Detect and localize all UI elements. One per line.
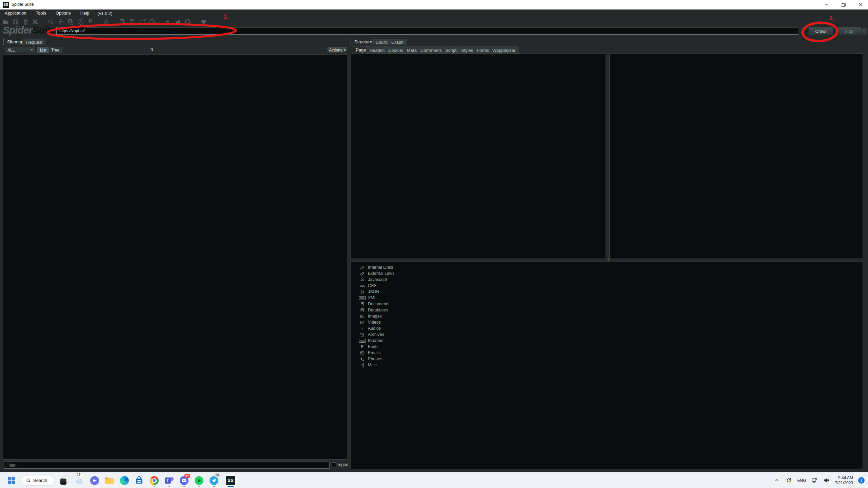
settings-gear-icon[interactable]: [102, 18, 111, 25]
sitemap-controls: ALL ▼ List Tree 0 Actions >: [3, 46, 347, 54]
category-label: External Links: [368, 271, 395, 276]
copy-icon[interactable]: [66, 18, 75, 25]
telegram-button[interactable]: 85: [209, 474, 218, 487]
category-misc[interactable]: ?Misc: [360, 362, 377, 368]
category-label: CSS: [368, 283, 377, 288]
refresh-icon[interactable]: [138, 18, 146, 25]
category-label: JSON: [368, 289, 379, 294]
widgets-weather-button[interactable]: 18°: [75, 474, 84, 487]
phone-icon: [360, 357, 365, 362]
category-label: Archives: [368, 332, 384, 337]
tab-request[interactable]: Request: [22, 39, 46, 45]
chain-link-icon: [360, 265, 365, 270]
category-label: Internal Links: [368, 265, 393, 270]
menu-help[interactable]: Help: [76, 9, 94, 17]
category-javascript[interactable]: JsJavascript: [360, 277, 387, 283]
github-icon[interactable]: [183, 18, 192, 25]
logo-suite: Suite: [32, 24, 55, 36]
filter-type-dropdown[interactable]: ALL ▼: [5, 47, 35, 53]
category-emails[interactable]: Emails: [360, 350, 381, 356]
category-css[interactable]: CSSCSS: [360, 283, 377, 289]
tray-sync-icon[interactable]: [786, 477, 792, 484]
filter-input[interactable]: [4, 462, 330, 469]
start-button[interactable]: [7, 474, 16, 487]
proxy-p-icon[interactable]: P: [86, 18, 95, 25]
tray-time: 9:44 AM: [835, 475, 853, 481]
category-databases[interactable]: Databases: [360, 307, 388, 313]
category-documents[interactable]: Documents: [360, 301, 389, 307]
filter-type-value: ALL: [7, 48, 15, 53]
info-icon[interactable]: [147, 18, 156, 25]
category-images[interactable]: Images: [360, 313, 382, 319]
video-icon: [360, 320, 365, 325]
spider-suite-taskbar-button[interactable]: SS: [224, 474, 237, 487]
category-label: XML: [368, 296, 377, 300]
css-icon: CSS: [360, 283, 365, 288]
teams-button[interactable]: T: [164, 474, 174, 487]
twitter-icon[interactable]: [173, 18, 182, 25]
category-archives[interactable]: Archives: [360, 331, 384, 338]
crawl-button[interactable]: Crawl: [809, 27, 833, 35]
window-title: Spider Suite: [12, 2, 34, 7]
document-icon[interactable]: [127, 18, 136, 25]
tray-network-icon[interactable]: [811, 477, 818, 484]
donate-heart-icon[interactable]: [199, 18, 208, 25]
chain-link-icon: [360, 271, 365, 276]
app-logo: SpiderSuite: [3, 24, 56, 36]
report-icon[interactable]: [118, 18, 126, 25]
regex-checkbox[interactable]: [332, 463, 336, 467]
shield-icon[interactable]: [76, 18, 85, 25]
taskbar-search[interactable]: Search: [22, 475, 54, 486]
annotation-step-1: 1.: [224, 14, 229, 20]
tab-graph[interactable]: Graph: [388, 39, 407, 45]
category-label: Images: [368, 314, 382, 319]
menu-application[interactable]: Application: [0, 9, 31, 17]
unlock-icon[interactable]: [57, 18, 65, 25]
restore-button[interactable]: [836, 0, 851, 9]
category-label: Binaries: [368, 338, 383, 343]
chrome-button[interactable]: [150, 474, 159, 487]
tray-language[interactable]: ENG: [797, 478, 806, 483]
category-binaries[interactable]: HEXBinaries: [360, 338, 383, 344]
splitter-handle[interactable]: ▾: [606, 259, 610, 261]
spotify-waves-icon: [196, 478, 202, 483]
windows-taskbar: Search 18°: [0, 472, 868, 488]
annotation-step-2: 2.: [829, 15, 834, 22]
notification-count-badge[interactable]: 1: [858, 477, 865, 484]
view-tree-button[interactable]: Tree: [49, 47, 62, 53]
more-options-button[interactable]: ...: [862, 28, 867, 34]
url-input[interactable]: [56, 27, 798, 35]
stop-button[interactable]: Stop: [837, 27, 861, 35]
actions-button[interactable]: Actions >: [328, 47, 347, 53]
sitemap-list-area: [3, 54, 347, 460]
category-videos[interactable]: Videos: [360, 319, 381, 325]
menu-tools[interactable]: Tools: [31, 9, 51, 17]
version-label: (v1.0.2): [94, 11, 116, 16]
category-json[interactable]: {;}JSON: [360, 289, 379, 295]
category-fonts[interactable]: FFonts: [360, 344, 378, 350]
tray-volume-icon[interactable]: [823, 477, 830, 484]
category-xml[interactable]: XMLXML: [360, 295, 377, 301]
spotify-button[interactable]: [194, 474, 203, 487]
file-explorer-button[interactable]: [105, 474, 114, 487]
view-list-button[interactable]: List: [37, 47, 49, 53]
category-phones[interactable]: Phones: [360, 356, 382, 362]
category-internal-links[interactable]: Internal Links: [360, 264, 393, 270]
edge-browser-button[interactable]: [120, 474, 129, 487]
image-icon: [360, 314, 365, 319]
microsoft-store-button[interactable]: [135, 474, 144, 487]
close-button[interactable]: [853, 0, 868, 9]
music-note-icon: ♪: [360, 326, 365, 331]
discord-button[interactable]: 9+: [179, 474, 189, 487]
category-external-links[interactable]: External Links: [360, 270, 395, 277]
minimize-button[interactable]: [819, 0, 834, 9]
category-audios[interactable]: ♪Audios: [360, 325, 381, 331]
explorer-e-icon[interactable]: e: [163, 18, 172, 25]
tray-chevron-up-icon[interactable]: [774, 477, 781, 484]
subtab-wappalyzer[interactable]: Wappalyzer: [489, 46, 519, 54]
video-chat-app-button[interactable]: [90, 474, 99, 487]
search-icon: [26, 478, 31, 483]
tray-clock[interactable]: 9:44 AM 7/21/2023: [835, 475, 853, 486]
task-view-button[interactable]: [60, 474, 69, 487]
menu-options[interactable]: Options: [51, 9, 76, 17]
